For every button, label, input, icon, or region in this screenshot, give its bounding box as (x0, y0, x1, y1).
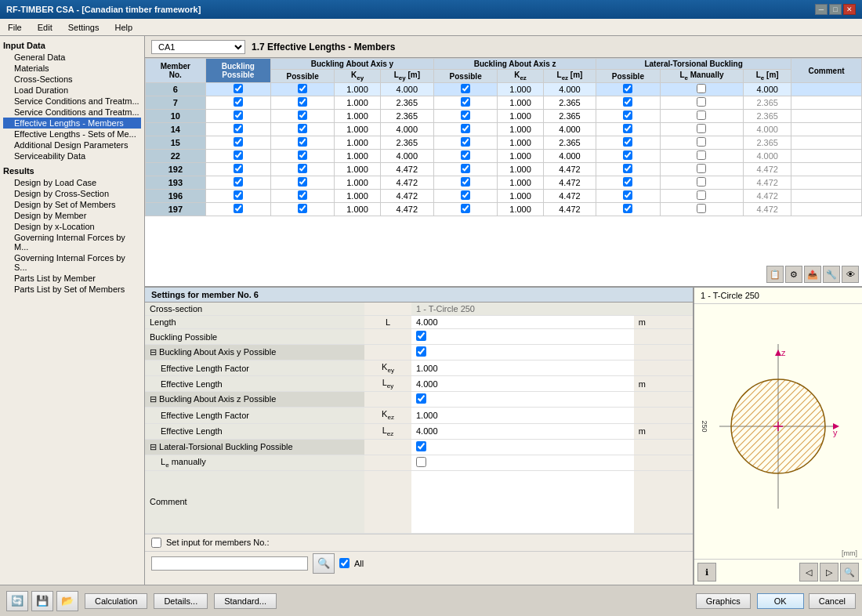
toolbar-btn-2[interactable]: 💾 (31, 591, 53, 611)
row-checkbox[interactable] (298, 124, 307, 133)
sidebar-item-additional-design[interactable]: Additional Design Parameters (3, 140, 141, 150)
row-checkbox[interactable] (298, 164, 307, 173)
table-cell[interactable] (596, 123, 660, 136)
checkbox-axis-y-possible[interactable] (416, 346, 426, 357)
row-checkbox[interactable] (623, 204, 632, 213)
table-cell[interactable] (433, 96, 497, 110)
table-cell[interactable] (205, 176, 270, 190)
table-cell[interactable] (205, 123, 270, 136)
table-cell[interactable] (660, 123, 744, 136)
graphics-info-button[interactable]: ℹ (697, 563, 716, 582)
table-cell[interactable] (660, 110, 744, 123)
row-checkbox[interactable] (623, 124, 632, 133)
row-checkbox[interactable] (298, 177, 307, 187)
table-cell[interactable] (660, 83, 744, 96)
table-btn-2[interactable]: ⚙ (785, 266, 802, 283)
sidebar-item-design-load-case[interactable]: Design by Load Case (3, 177, 141, 188)
row-checkbox[interactable] (298, 150, 307, 160)
table-cell[interactable] (270, 163, 334, 176)
row-checkbox[interactable] (234, 150, 243, 160)
sidebar-item-serviceability[interactable]: Serviceability Data (3, 150, 141, 161)
cancel-button[interactable]: Cancel (809, 593, 856, 609)
calculation-button[interactable]: Calculation (85, 593, 147, 609)
checkbox-axis-z-possible[interactable] (416, 393, 426, 404)
table-cell[interactable] (270, 190, 334, 203)
row-checkbox[interactable] (461, 164, 470, 173)
toolbar-btn-1[interactable]: 🔄 (6, 591, 28, 611)
details-button[interactable]: Details... (154, 593, 208, 609)
row-checkbox[interactable] (234, 84, 243, 93)
sidebar-item-parts-list-set[interactable]: Parts List by Set of Members (3, 284, 141, 295)
table-cell[interactable] (433, 190, 497, 203)
table-cell[interactable] (596, 136, 660, 150)
table-cell[interactable] (596, 96, 660, 110)
row-checkbox[interactable] (298, 84, 307, 93)
table-cell[interactable] (660, 150, 744, 163)
row-checkbox[interactable] (697, 124, 706, 133)
row-checkbox[interactable] (234, 111, 243, 120)
table-cell[interactable] (596, 203, 660, 216)
menu-help[interactable]: Help (110, 21, 137, 34)
table-cell[interactable] (596, 190, 660, 203)
table-cell[interactable] (270, 203, 334, 216)
graphics-next-button[interactable]: ▷ (820, 563, 838, 582)
sidebar-item-design-cross-section[interactable]: Design by Cross-Section (3, 188, 141, 199)
row-checkbox[interactable] (298, 97, 307, 107)
table-cell[interactable] (433, 163, 497, 176)
table-cell[interactable] (433, 150, 497, 163)
table-cell[interactable] (270, 96, 334, 110)
settings-value-comment[interactable] (411, 470, 634, 533)
table-cell[interactable] (660, 163, 744, 176)
row-checkbox[interactable] (623, 177, 632, 187)
table-cell[interactable] (596, 83, 660, 96)
sidebar-item-service-cond-1[interactable]: Service Conditions and Treatm... (3, 96, 141, 107)
row-checkbox[interactable] (234, 177, 243, 187)
table-cell[interactable] (596, 110, 660, 123)
row-checkbox[interactable] (697, 150, 706, 160)
member-number-input[interactable] (151, 556, 308, 571)
sidebar-item-design-set-members[interactable]: Design by Set of Members (3, 199, 141, 210)
table-cell[interactable] (205, 150, 270, 163)
set-input-checkbox[interactable] (151, 538, 161, 548)
row-checkbox[interactable] (298, 204, 307, 213)
menu-file[interactable]: File (3, 21, 27, 34)
row-checkbox[interactable] (623, 150, 632, 160)
row-checkbox[interactable] (697, 137, 706, 147)
toolbar-btn-3[interactable]: 📂 (56, 591, 78, 611)
sidebar-item-general-data[interactable]: General Data (3, 52, 141, 63)
row-checkbox[interactable] (461, 150, 470, 160)
table-cell[interactable] (596, 176, 660, 190)
table-cell[interactable] (270, 123, 334, 136)
checkbox-buckling-possible[interactable] (416, 331, 426, 341)
menu-edit[interactable]: Edit (33, 21, 57, 34)
graphics-zoom-button[interactable]: 🔍 (840, 563, 859, 582)
row-checkbox[interactable] (697, 177, 706, 187)
graphics-button[interactable]: Graphics (696, 593, 751, 609)
table-cell[interactable] (660, 96, 744, 110)
row-checkbox[interactable] (234, 204, 243, 213)
menu-settings[interactable]: Settings (63, 21, 104, 34)
row-checkbox[interactable] (234, 137, 243, 147)
table-btn-3[interactable]: 📤 (804, 266, 821, 283)
table-cell[interactable] (205, 96, 270, 110)
row-checkbox[interactable] (623, 111, 632, 120)
checkbox-le-manually[interactable] (416, 457, 426, 467)
row-checkbox[interactable] (623, 137, 632, 147)
row-checkbox[interactable] (697, 111, 706, 120)
table-cell[interactable] (205, 110, 270, 123)
row-checkbox[interactable] (697, 84, 706, 93)
table-cell[interactable] (205, 190, 270, 203)
row-checkbox[interactable] (461, 177, 470, 187)
sidebar-item-cross-sections[interactable]: Cross-Sections (3, 74, 141, 85)
table-cell[interactable] (660, 136, 744, 150)
row-checkbox[interactable] (234, 97, 243, 107)
row-checkbox[interactable] (697, 164, 706, 173)
table-cell[interactable] (660, 203, 744, 216)
row-checkbox[interactable] (234, 190, 243, 200)
table-btn-4[interactable]: 🔧 (823, 266, 840, 283)
ok-button[interactable]: OK (757, 593, 804, 609)
table-cell[interactable] (596, 163, 660, 176)
sidebar-item-governing-forces-s[interactable]: Governing Internal Forces by S... (3, 252, 141, 273)
sidebar-item-materials[interactable]: Materials (3, 63, 141, 74)
row-checkbox[interactable] (623, 84, 632, 93)
